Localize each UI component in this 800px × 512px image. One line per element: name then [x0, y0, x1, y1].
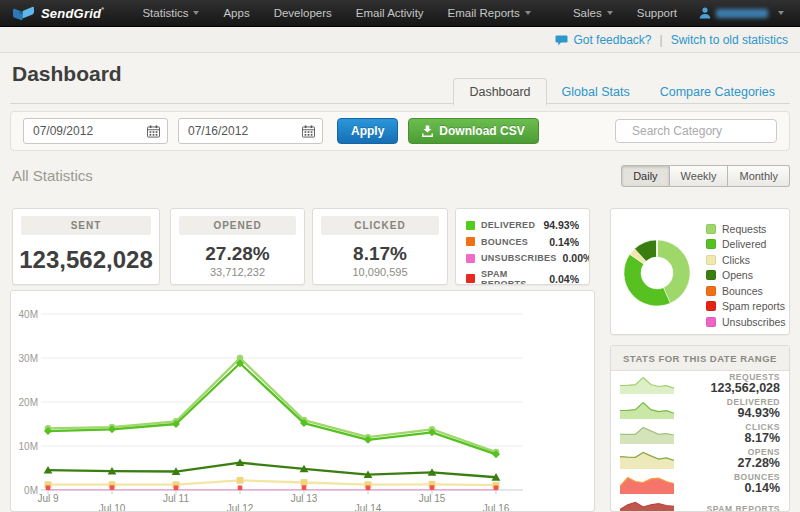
tab-global-stats[interactable]: Global Stats [547, 79, 645, 105]
weekly-button[interactable]: Weekly [670, 165, 729, 187]
spam-reports-sparkline [620, 499, 674, 512]
calendar-icon[interactable] [302, 125, 315, 138]
speech-bubble-icon [555, 35, 568, 47]
divider: | [660, 33, 663, 47]
filter-bar: Apply Download CSV [10, 111, 790, 151]
sent-card-header: SENT [21, 216, 151, 235]
apply-button[interactable]: Apply [337, 118, 398, 144]
svg-text:Jul 14: Jul 14 [355, 503, 382, 512]
sendgrid-logo-icon [12, 6, 35, 21]
clicks-sparkline [620, 424, 674, 444]
date-range-stats-panel: STATS FOR THIS DATE RANGE REQUESTS123,56… [610, 345, 790, 512]
user-menu[interactable] [689, 7, 788, 19]
got-feedback-link[interactable]: Got feedback? [573, 33, 651, 47]
rate-row-unsubscribes: UNSUBSCRIBES 0.00% [466, 252, 579, 264]
legend-item: Clicks [706, 252, 786, 268]
svg-text:Jul 9: Jul 9 [37, 493, 59, 504]
legend-item: Opens [706, 268, 786, 284]
download-csv-button[interactable]: Download CSV [408, 118, 538, 144]
section-title: All Statistics [12, 167, 93, 184]
caret-down-icon [607, 11, 613, 15]
svg-text:20M: 20M [19, 397, 38, 408]
svg-text:Jul 13: Jul 13 [291, 493, 318, 504]
calendar-icon[interactable] [147, 125, 160, 138]
svg-text:40M: 40M [19, 309, 38, 320]
svg-text:Jul 16: Jul 16 [483, 503, 510, 512]
svg-text:0M: 0M [24, 485, 38, 496]
brand-name: SendGrid* [41, 5, 104, 21]
nav-item-sales[interactable]: Sales [561, 0, 625, 26]
legend-item: Delivered [706, 237, 786, 253]
search-input[interactable] [630, 123, 789, 139]
statistics-line-chart-card: 40M30M20M10M0MJul 9Jul 10Jul 11Jul 12Jul… [10, 290, 595, 512]
sendgrid-logo[interactable]: SendGrid* [12, 5, 104, 21]
rate-row-bounces: BOUNCES 0.14% [466, 236, 579, 248]
stats-row-bounces: BOUNCES0.14% [611, 471, 789, 496]
nav-item-support[interactable]: Support [625, 0, 689, 26]
spam-reports-swatch [706, 301, 716, 311]
nav-item-statistics[interactable]: Statistics [130, 0, 211, 26]
unsubscribes-swatch [706, 317, 716, 327]
clicked-value: 8.17% [313, 243, 447, 265]
stats-row-requests: REQUESTS123,562,028 [611, 371, 789, 396]
requests-swatch [706, 224, 716, 234]
clicked-count: 10,090,595 [313, 266, 447, 278]
opened-count: 33,712,232 [171, 266, 304, 278]
unsubscribes-swatch [466, 254, 475, 263]
opens-swatch [706, 270, 716, 280]
bounces-swatch [466, 237, 475, 246]
rates-card: DELIVERED 94.93% BOUNCES 0.14% UNSUBSCRI… [455, 208, 590, 285]
rate-row-delivered: DELIVERED 94.93% [466, 219, 579, 231]
statistics-line-chart: 40M30M20M10M0MJul 9Jul 10Jul 11Jul 12Jul… [11, 291, 594, 512]
stats-row-clicks: CLICKS8.17% [611, 421, 789, 446]
main-content: Dashboard Dashboard Global Stats Compare… [0, 53, 800, 512]
sent-card: SENT 123,562,028 [12, 208, 160, 285]
spam-swatch [466, 274, 475, 283]
svg-text:Jul 15: Jul 15 [419, 493, 446, 504]
legend-item: Bounces [706, 283, 786, 299]
end-date-input[interactable] [186, 123, 286, 139]
delivered-sparkline [620, 399, 674, 419]
opened-card-header: OPENED [179, 216, 296, 235]
legend-item: Spam reports [706, 299, 786, 315]
clicks-swatch [706, 255, 716, 265]
daily-button[interactable]: Daily [621, 165, 669, 187]
requests-sparkline [620, 374, 674, 394]
nav-item-email-activity[interactable]: Email Activity [344, 0, 436, 26]
svg-text:Jul 11: Jul 11 [163, 493, 189, 504]
donut-legend: Requests Delivered Clicks Opens Bounces … [706, 221, 786, 330]
rate-row-spam: SPAM REPORTS 0.04% [466, 269, 579, 286]
user-name-redacted [716, 9, 768, 18]
tab-dashboard[interactable]: Dashboard [453, 78, 546, 106]
start-date-input[interactable] [31, 123, 131, 139]
svg-text:10M: 10M [19, 441, 38, 452]
nav-item-apps[interactable]: Apps [211, 0, 261, 26]
nav-item-developers[interactable]: Developers [262, 0, 344, 26]
start-date-field[interactable] [23, 118, 168, 144]
bounces-swatch [706, 286, 716, 296]
category-search[interactable] [615, 119, 777, 143]
legend-item: Requests [706, 221, 786, 237]
tab-bar: Dashboard Global Stats Compare Categorie… [453, 78, 790, 105]
range-toggle: Daily Weekly Monthly [621, 165, 790, 187]
caret-down-icon [193, 11, 199, 15]
opened-card: OPENED 27.28% 33,712,232 [170, 208, 305, 285]
download-icon [422, 125, 433, 137]
tab-compare-categories[interactable]: Compare Categories [645, 79, 790, 105]
svg-text:Jul 10: Jul 10 [99, 503, 126, 512]
opens-sparkline [620, 449, 674, 469]
clicked-card-header: CLICKED [321, 216, 439, 235]
caret-down-icon [525, 11, 531, 15]
stats-row-spam-reports: SPAM REPORTS [611, 496, 789, 512]
donut-chart [611, 209, 703, 335]
end-date-field[interactable] [178, 118, 323, 144]
delivered-swatch [466, 221, 475, 230]
stats-row-opens: OPENS27.28% [611, 446, 789, 471]
clicked-card: CLICKED 8.17% 10,090,595 [312, 208, 448, 285]
nav-right: Sales Support [561, 0, 788, 26]
caret-down-icon [778, 11, 784, 15]
monthly-button[interactable]: Monthly [728, 165, 790, 187]
svg-text:30M: 30M [19, 353, 38, 364]
switch-old-statistics-link[interactable]: Switch to old statistics [671, 33, 788, 47]
nav-item-email-reports[interactable]: Email Reports [436, 0, 543, 26]
